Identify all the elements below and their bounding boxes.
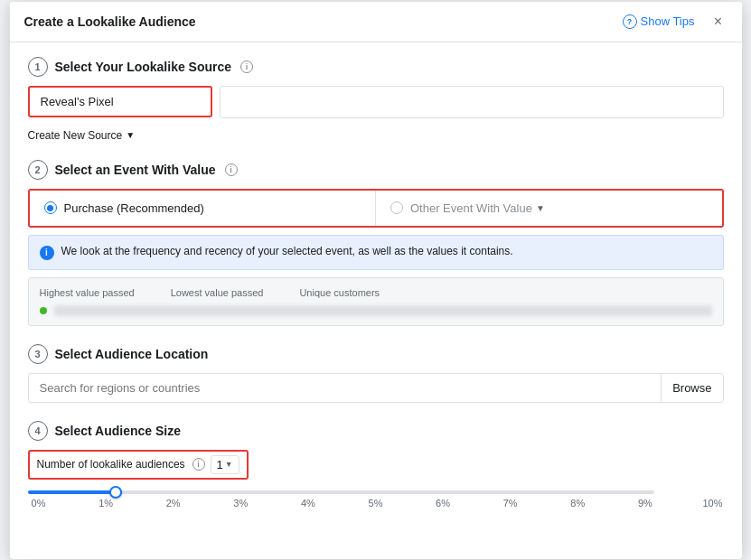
other-event-label: Other Event With Value ▼ (410, 201, 545, 215)
blurred-data-bar (54, 305, 712, 316)
browse-button[interactable]: Browse (661, 374, 722, 402)
location-input[interactable] (29, 374, 662, 402)
step2-header: 2 Select an Event With Value i (28, 160, 724, 180)
number-of-audiences-label: Number of lookalike audiences (37, 458, 185, 471)
create-new-arrow-icon: ▼ (126, 130, 135, 140)
other-event-option[interactable]: Other Event With Value ▼ (376, 191, 722, 226)
slider-label-6: 6% (432, 498, 454, 509)
slider-label-9: 9% (634, 498, 656, 509)
slider-label-0: 0% (28, 498, 50, 509)
step2-circle: 2 (28, 160, 48, 180)
stats-row (40, 305, 712, 316)
step2-section: 2 Select an Event With Value i Purchase … (28, 160, 724, 326)
number-select-value: 1 (217, 458, 223, 471)
source-field-value: Reveal's Pixel (30, 88, 211, 116)
step4-section: 4 Select Audience Size Number of lookali… (28, 421, 724, 527)
show-tips-label: Show Tips (641, 14, 695, 28)
show-tips-button[interactable]: ? Show Tips (623, 14, 695, 29)
step4-circle: 4 (28, 421, 48, 441)
green-dot-icon (40, 307, 47, 314)
step1-section: 1 Select Your Lookalike Source i Reveal'… (28, 57, 724, 142)
stat-header-2: Lowest value passed (171, 287, 264, 298)
info-banner-text: We look at the frequency and recency of … (61, 245, 513, 257)
stats-table: Highest value passed Lowest value passed… (28, 277, 724, 326)
purchase-label: Purchase (Recommended) (64, 201, 204, 215)
stats-headers: Highest value passed Lowest value passed… (40, 287, 712, 298)
other-event-arrow-icon: ▼ (536, 203, 545, 213)
slider-label-3: 3% (230, 498, 251, 509)
other-radio (390, 201, 403, 214)
slider-track (28, 490, 654, 494)
stat-header-3: Unique customers (299, 287, 380, 298)
stat-header-1: Highest value passed (40, 287, 135, 298)
show-tips-icon: ? (623, 14, 637, 29)
number-select-arrow-icon: ▼ (225, 460, 233, 469)
step3-circle: 3 (28, 344, 48, 364)
location-search: Browse (28, 373, 724, 403)
slider-label-4: 4% (297, 498, 319, 509)
info-banner-icon: i (40, 246, 54, 260)
create-new-label: Create New Source (28, 129, 123, 142)
step1-info-icon[interactable]: i (240, 61, 253, 73)
close-button[interactable]: × (709, 13, 728, 31)
step4-header: 4 Select Audience Size (28, 421, 724, 441)
step3-header: 3 Select Audience Location (28, 344, 724, 364)
modal-header: Create a Lookalike Audience ? Show Tips … (10, 2, 742, 42)
modal-title: Create a Lookalike Audience (24, 14, 196, 29)
step2-title: Select an Event With Value (55, 163, 216, 177)
source-field-container: Reveal's Pixel (28, 86, 212, 117)
step1-circle: 1 (28, 57, 48, 77)
slider-label-2: 2% (163, 498, 184, 509)
slider-container: 0% 1% 2% 3% 4% 5% 6% 7% 8% 9% 10% (28, 490, 724, 527)
slider-thumb[interactable] (109, 486, 122, 499)
create-new-source[interactable]: Create New Source ▼ (28, 129, 136, 142)
step1-title: Select Your Lookalike Source (55, 60, 232, 74)
slider-labels: 0% 1% 2% 3% 4% 5% 6% 7% 8% 9% 10% (28, 498, 724, 509)
slider-label-1: 1% (95, 498, 117, 509)
slider-label-10: 10% (701, 498, 723, 509)
purchase-option[interactable]: Purchase (Recommended) (30, 191, 377, 226)
step2-info-icon[interactable]: i (225, 163, 238, 176)
slider-label-5: 5% (364, 498, 386, 509)
modal-body: 1 Select Your Lookalike Source i Reveal'… (10, 42, 742, 559)
slider-label-8: 8% (567, 498, 588, 509)
step3-title: Select Audience Location (55, 347, 209, 361)
step4-title: Select Audience Size (55, 424, 182, 438)
step3-section: 3 Select Audience Location Browse (28, 344, 724, 403)
source-input-empty[interactable] (220, 86, 724, 118)
number-select[interactable]: 1 ▼ (211, 455, 239, 474)
info-banner: i We look at the frequency and recency o… (28, 235, 724, 270)
step1-header: 1 Select Your Lookalike Source i (28, 57, 724, 77)
purchase-radio (44, 201, 57, 214)
slider-label-7: 7% (500, 498, 521, 509)
modal: Create a Lookalike Audience ? Show Tips … (10, 2, 742, 559)
event-options: Purchase (Recommended) Other Event With … (28, 189, 724, 228)
step4-info-icon[interactable]: i (192, 458, 205, 471)
